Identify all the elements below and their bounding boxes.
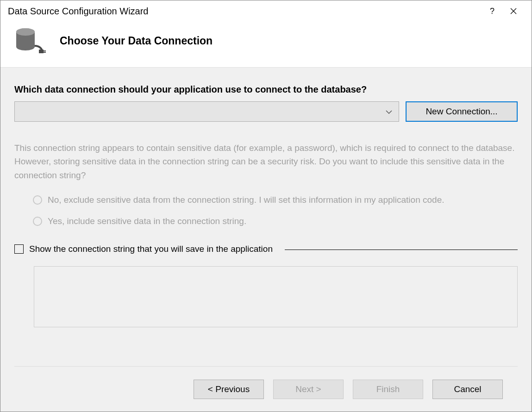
cancel-label: Cancel bbox=[454, 384, 481, 394]
finish-button: Finish bbox=[353, 380, 423, 399]
cancel-button[interactable]: Cancel bbox=[432, 380, 503, 399]
radio-include-label: Yes, include sensitive data in the conne… bbox=[48, 216, 246, 226]
next-button: Next > bbox=[273, 380, 344, 399]
sensitive-data-explanation: This connection string appears to contai… bbox=[14, 141, 518, 182]
radio-include-sensitive: Yes, include sensitive data in the conne… bbox=[33, 216, 518, 226]
svg-rect-6 bbox=[39, 50, 44, 53]
titlebar: Data Source Configuration Wizard ? bbox=[0, 0, 532, 22]
new-connection-button[interactable]: New Connection... bbox=[406, 101, 518, 122]
expander-label: Show the connection string that you will… bbox=[29, 244, 273, 254]
svg-point-4 bbox=[16, 43, 35, 50]
radio-icon bbox=[33, 217, 42, 226]
next-label: Next > bbox=[295, 384, 321, 394]
finish-label: Finish bbox=[376, 384, 400, 394]
svg-rect-7 bbox=[44, 50, 46, 51]
svg-point-5 bbox=[16, 28, 35, 36]
svg-rect-8 bbox=[44, 52, 46, 53]
connection-dropdown[interactable] bbox=[14, 101, 399, 122]
radio-icon bbox=[33, 195, 42, 205]
database-icon bbox=[12, 27, 51, 54]
wizard-header: Choose Your Data Connection bbox=[0, 22, 532, 67]
window-title: Data Source Configuration Wizard bbox=[8, 6, 482, 17]
new-connection-label: New Connection... bbox=[426, 106, 497, 117]
expander-divider bbox=[285, 250, 518, 250]
expander-box-icon bbox=[14, 244, 24, 254]
connection-row: New Connection... bbox=[14, 101, 518, 122]
chevron-down-icon bbox=[386, 108, 392, 115]
radio-exclude-sensitive: No, exclude sensitive data from the conn… bbox=[33, 195, 518, 205]
connection-string-textbox bbox=[34, 266, 518, 327]
show-connection-string-expander[interactable]: Show the connection string that you will… bbox=[14, 244, 518, 254]
wizard-heading: Choose Your Data Connection bbox=[60, 35, 213, 47]
sensitive-data-radios: No, exclude sensitive data from the conn… bbox=[14, 195, 518, 237]
previous-button[interactable]: < Previous bbox=[194, 380, 264, 399]
help-button[interactable]: ? bbox=[482, 0, 503, 22]
wizard-content: Which data connection should your applic… bbox=[0, 67, 532, 412]
previous-label: < Previous bbox=[208, 384, 250, 394]
question-label: Which data connection should your applic… bbox=[14, 84, 518, 95]
wizard-window: Data Source Configuration Wizard ? Choos… bbox=[0, 0, 532, 412]
close-icon bbox=[510, 8, 517, 14]
radio-exclude-label: No, exclude sensitive data from the conn… bbox=[48, 195, 444, 205]
wizard-footer: < Previous Next > Finish Cancel bbox=[14, 366, 518, 412]
close-button[interactable] bbox=[503, 0, 524, 22]
